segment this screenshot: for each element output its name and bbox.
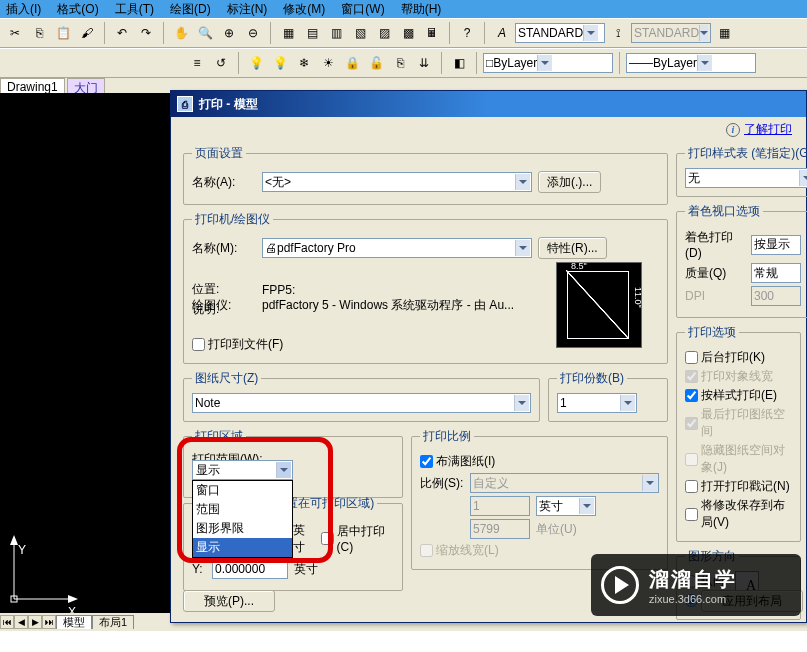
main-menu-bar: 插入(I) 格式(O) 工具(T) 绘图(D) 标注(N) 修改(M) 窗口(W… xyxy=(0,0,807,18)
markup-icon[interactable]: ▨ xyxy=(373,22,395,44)
plot-range-input[interactable]: 显示 xyxy=(192,460,293,480)
preview-button[interactable]: 预览(P)... xyxy=(183,590,275,612)
printer-properties-button[interactable]: 特性(R)... xyxy=(538,237,607,259)
freeze-icon[interactable]: ❄ xyxy=(293,52,315,74)
properties-icon[interactable]: ▦ xyxy=(277,22,299,44)
plot-range-list: 窗口 范围 图形界限 显示 xyxy=(192,480,293,558)
scale-unit1-select[interactable]: 英寸 xyxy=(536,496,596,516)
svg-marker-3 xyxy=(68,595,78,603)
dpi-label: DPI xyxy=(685,289,745,303)
plot-range-opt-window[interactable]: 窗口 xyxy=(193,481,292,500)
undo-icon[interactable]: ↶ xyxy=(111,22,133,44)
menu-tools[interactable]: 工具(T) xyxy=(115,1,154,18)
dimstyle-icon[interactable]: ⟟ xyxy=(607,22,629,44)
plot-style-select[interactable]: 无 xyxy=(685,168,807,188)
center-plot-checkbox[interactable]: 居中打印(C) xyxy=(321,523,394,554)
light-off-icon[interactable]: 💡 xyxy=(269,52,291,74)
zoom-window-icon[interactable]: ⊕ xyxy=(218,22,240,44)
menu-draw[interactable]: 绘图(D) xyxy=(170,1,211,18)
menu-help[interactable]: 帮助(H) xyxy=(401,1,442,18)
plot-scale-legend: 打印比例 xyxy=(420,428,474,445)
unlock-icon[interactable]: 🔓 xyxy=(365,52,387,74)
offset-y-unit: 英寸 xyxy=(294,561,318,578)
paste-icon[interactable]: 📋 xyxy=(52,22,74,44)
plot-range-opt-extents[interactable]: 范围 xyxy=(193,500,292,519)
redo-icon[interactable]: ↷ xyxy=(135,22,157,44)
scale-unit1-input: 1 xyxy=(470,496,530,516)
textstyle-icon[interactable]: A xyxy=(491,22,513,44)
light-on-icon[interactable]: 💡 xyxy=(245,52,267,74)
layers-toolbar: ≡ ↺ 💡 💡 ❄ ☀ 🔒 🔓 ⎘ ⇊ ◧ □ ByLayer —— ByLay… xyxy=(0,48,807,78)
menu-modify[interactable]: 修改(M) xyxy=(283,1,325,18)
learn-print-link[interactable]: i了解打印 xyxy=(726,121,792,138)
layout-tab-model[interactable]: 模型 xyxy=(56,615,92,629)
opt-background-checkbox[interactable]: 后台打印(K) xyxy=(685,349,792,366)
layer-copy-icon[interactable]: ⎘ xyxy=(389,52,411,74)
tab-nav-next-icon[interactable]: ▶ xyxy=(28,615,42,629)
plot-area-legend: 打印区域 xyxy=(192,428,246,445)
copy-icon[interactable]: ⎘ xyxy=(28,22,50,44)
offset-y-input[interactable]: 0.000000 xyxy=(212,559,288,579)
watermark-url: zixue.3d66.com xyxy=(649,593,737,605)
pan-icon[interactable]: ✋ xyxy=(170,22,192,44)
layout-tab-layout1[interactable]: 布局1 xyxy=(92,615,134,629)
thaw-icon[interactable]: ☀ xyxy=(317,52,339,74)
opt-plotstamp-checkbox[interactable]: 打开打印戳记(N) xyxy=(685,478,792,495)
cut-icon[interactable]: ✂ xyxy=(4,22,26,44)
calc-icon[interactable]: 🖩 xyxy=(421,22,443,44)
lock-icon[interactable]: 🔒 xyxy=(341,52,363,74)
paper-size-select[interactable]: Note xyxy=(192,393,531,413)
drawing-viewport[interactable]: Y X xyxy=(0,93,170,613)
plot-range-opt-display[interactable]: 显示 xyxy=(193,538,292,557)
zoom-realtime-icon[interactable]: 🔍 xyxy=(194,22,216,44)
printer-legend: 打印机/绘图仪 xyxy=(192,211,273,228)
plotter-value: pdfFactory 5 - Windows 系统驱动程序 - 由 Au... xyxy=(262,297,542,314)
menu-dimension[interactable]: 标注(N) xyxy=(227,1,268,18)
info-icon: i xyxy=(726,123,740,137)
quality-select[interactable]: 常规 xyxy=(751,263,801,283)
layer-prev-icon[interactable]: ↺ xyxy=(210,52,232,74)
opt-paperspace-checkbox: 最后打印图纸空间 xyxy=(685,406,792,440)
shade-plot-select[interactable]: 按显示 xyxy=(751,235,801,255)
matchprop-icon[interactable]: 🖌 xyxy=(76,22,98,44)
menu-format[interactable]: 格式(O) xyxy=(57,1,98,18)
copies-spinner[interactable]: 1 xyxy=(557,393,637,413)
where-value: FPP5: xyxy=(262,283,295,297)
linetype-select[interactable]: —— ByLayer xyxy=(626,53,756,73)
printer-name-select[interactable]: 🖨 pdfFactory Pro xyxy=(262,238,532,258)
tab-nav-last-icon[interactable]: ⏭ xyxy=(42,615,56,629)
paper-size-legend: 图纸尺寸(Z) xyxy=(192,370,261,387)
menu-insert[interactable]: 插入(I) xyxy=(6,1,41,18)
svg-marker-2 xyxy=(10,535,18,545)
page-name-select[interactable]: <无> xyxy=(262,172,532,192)
offset-x-unit: 英寸 xyxy=(293,522,315,556)
watermark-title: 溜溜自学 xyxy=(649,566,737,593)
designcenter-icon[interactable]: ▤ xyxy=(301,22,323,44)
plot-range-opt-limits[interactable]: 图形界限 xyxy=(193,519,292,538)
paper-size-group: 图纸尺寸(Z) Note xyxy=(183,370,540,422)
tab-nav-prev-icon[interactable]: ◀ xyxy=(14,615,28,629)
paper-height-label: 11.0" xyxy=(633,287,643,308)
fit-to-paper-checkbox[interactable]: 布满图纸(I) xyxy=(420,453,659,470)
copies-legend: 打印份数(B) xyxy=(557,370,627,387)
layer-manager-icon[interactable]: ≡ xyxy=(186,52,208,74)
textstyle-select[interactable]: STANDARD xyxy=(515,23,605,43)
color-swatch-icon[interactable]: ◧ xyxy=(448,52,470,74)
tablestyle-icon[interactable]: ▦ xyxy=(713,22,735,44)
plot-range-combo[interactable]: 显示 窗口 范围 图形界限 显示 xyxy=(192,460,293,558)
color-select[interactable]: □ ByLayer xyxy=(483,53,613,73)
help-icon[interactable]: ? xyxy=(456,22,478,44)
menu-window[interactable]: 窗口(W) xyxy=(341,1,384,18)
plot-scale-group: 打印比例 布满图纸(I) 比例(S): 自定义 1 英寸 5799 单位( xyxy=(411,428,668,570)
zoom-prev-icon[interactable]: ⊖ xyxy=(242,22,264,44)
sheetset-icon[interactable]: ▧ xyxy=(349,22,371,44)
opt-plotbystyle-checkbox[interactable]: 按样式打印(E) xyxy=(685,387,792,404)
toolpalette-icon[interactable]: ▥ xyxy=(325,22,347,44)
layer-merge-icon[interactable]: ⇊ xyxy=(413,52,435,74)
dimstyle-select[interactable]: STANDARD xyxy=(631,23,711,43)
tab-nav-first-icon[interactable]: ⏮ xyxy=(0,615,14,629)
add-page-setup-button[interactable]: 添加(.)... xyxy=(538,171,601,193)
dialog-titlebar[interactable]: ⎙ 打印 - 模型 xyxy=(171,91,806,117)
quickcalc-icon[interactable]: ▩ xyxy=(397,22,419,44)
opt-savechanges-checkbox[interactable]: 将修改保存到布局(V) xyxy=(685,497,792,531)
